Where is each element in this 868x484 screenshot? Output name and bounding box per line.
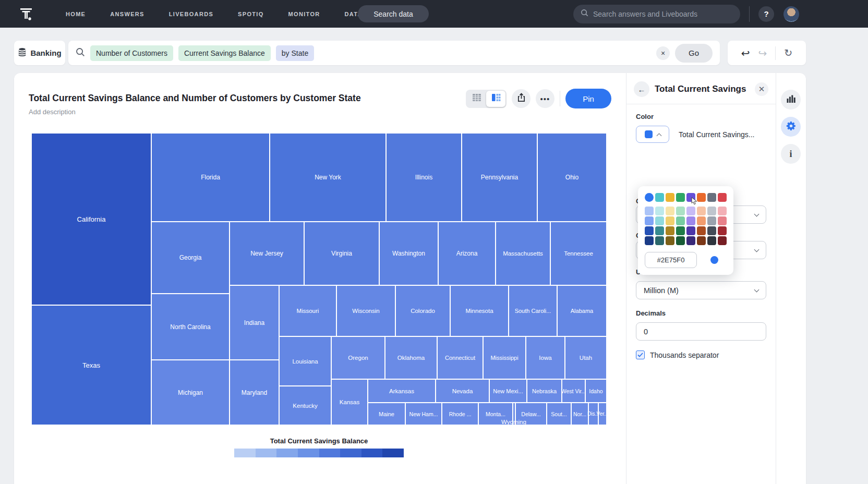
- nav-item-monitor[interactable]: MONITOR: [288, 11, 320, 17]
- close-panel-button[interactable]: ✕: [755, 82, 768, 96]
- palette-shade-761e24[interactable]: [718, 236, 727, 245]
- search-data-button[interactable]: Search data: [358, 5, 429, 22]
- treemap-cell-kansas[interactable]: Kansas: [331, 379, 368, 425]
- treemap-cell-california[interactable]: California: [31, 133, 151, 305]
- nav-item-answers[interactable]: ANSWERS: [110, 11, 144, 17]
- treemap-cell-washington[interactable]: Washington: [379, 222, 438, 285]
- treemap-cell-louisiana[interactable]: Louisiana: [279, 336, 331, 386]
- palette-color-e8692c[interactable]: [697, 193, 706, 202]
- treemap-cell-massachusetts[interactable]: Massachusetts: [496, 222, 550, 285]
- treemap-cell-idaho[interactable]: Idaho: [585, 379, 607, 403]
- color-picker-button[interactable]: [636, 126, 669, 143]
- treemap-cell-pennsylvania[interactable]: Pennsylvania: [462, 133, 537, 222]
- treemap-cell-monta[interactable]: Monta...: [478, 403, 513, 425]
- treemap-cell-sout[interactable]: Sout...: [547, 403, 571, 425]
- treemap-cell-colorado[interactable]: Colorado: [395, 285, 450, 336]
- query-token-by-state[interactable]: by State: [276, 45, 314, 61]
- treemap-cell-nor[interactable]: Nor...: [571, 403, 588, 425]
- table-view-button[interactable]: [467, 91, 486, 107]
- palette-shade-2b676b[interactable]: [655, 236, 664, 245]
- treemap-cell-georgia[interactable]: Georgia: [151, 222, 230, 294]
- palette-shade-e8818a[interactable]: [718, 216, 727, 225]
- treemap-cell-mississippi[interactable]: Mississippi: [483, 336, 526, 379]
- redo-icon[interactable]: ↪: [758, 48, 767, 58]
- treemap-cell-west-vir[interactable]: West Vir...: [562, 379, 585, 403]
- treemap-cell-ver[interactable]: Ver...: [598, 403, 607, 425]
- palette-shade-f1d06e[interactable]: [666, 216, 674, 225]
- treemap-cell-utah[interactable]: Utah: [565, 336, 607, 379]
- clear-query-button[interactable]: ×: [656, 46, 670, 60]
- treemap-cell-ohio[interactable]: Ohio: [537, 133, 607, 222]
- palette-color-2fa866[interactable]: [676, 193, 685, 202]
- treemap-cell-missouri[interactable]: Missouri: [279, 285, 336, 336]
- treemap-cell-nebraska[interactable]: Nebraska: [527, 379, 562, 403]
- palette-shade-bde9eb[interactable]: [655, 207, 664, 215]
- palette-shade-444c58[interactable]: [707, 226, 716, 235]
- treemap-cell-nevada[interactable]: Nevada: [436, 379, 489, 403]
- palette-shade-a94b1f[interactable]: [697, 226, 706, 235]
- query-bar[interactable]: Number of CustomersCurrent Savings Balan…: [68, 41, 720, 65]
- palette-shade-a98320[interactable]: [666, 226, 674, 235]
- palette-shade-90dade[interactable]: [655, 216, 664, 225]
- more-options-button[interactable]: •••: [536, 89, 554, 108]
- info-button[interactable]: i: [781, 144, 801, 164]
- palette-shade-1b3b86[interactable]: [645, 236, 654, 245]
- palette-shade-7fa4f5[interactable]: [645, 216, 654, 225]
- treemap-cell-new-ham[interactable]: New Ham...: [405, 403, 442, 425]
- treemap-cell-virginia[interactable]: Virginia: [304, 222, 379, 285]
- palette-shade-f29c6e[interactable]: [697, 216, 706, 225]
- settings-button[interactable]: [781, 117, 801, 137]
- palette-color-d8434c[interactable]: [718, 193, 727, 202]
- global-search[interactable]: [573, 5, 740, 23]
- go-button[interactable]: Go: [675, 44, 713, 63]
- palette-shade-f7c2a4[interactable]: [697, 207, 706, 215]
- global-search-input[interactable]: [593, 10, 733, 18]
- nav-item-spotiq[interactable]: SPOTIQ: [238, 11, 263, 17]
- nav-item-home[interactable]: HOME: [66, 11, 86, 17]
- treemap-cell-texas[interactable]: Texas: [31, 305, 151, 425]
- palette-color-6750d8[interactable]: [686, 193, 695, 202]
- palette-color-68707e[interactable]: [707, 193, 716, 202]
- palette-shade-77cca2[interactable]: [676, 216, 685, 225]
- palette-shade-a12931[interactable]: [718, 226, 727, 235]
- treemap-cell-illinois[interactable]: Illinois: [386, 133, 462, 222]
- treemap-cell-iowa[interactable]: Iowa: [526, 336, 565, 379]
- treemap-cell-kentucky[interactable]: Kentucky: [279, 386, 331, 425]
- query-token-number-of-customers[interactable]: Number of Customers: [90, 45, 173, 61]
- treemap-cell-delaw[interactable]: Delaw...: [515, 403, 547, 425]
- treemap-cell-oregon[interactable]: Oregon: [331, 336, 385, 379]
- palette-color-ecb431[interactable]: [666, 193, 674, 202]
- palette-shade-9aa2ae[interactable]: [707, 216, 716, 225]
- treemap-cell-new-york[interactable]: New York: [270, 133, 386, 222]
- palette-color-4cc5cb[interactable]: [655, 193, 664, 202]
- palette-color-2e75f0[interactable]: [645, 193, 654, 202]
- palette-shade-2f353e[interactable]: [707, 236, 716, 245]
- treemap-cell-new-jersey[interactable]: New Jersey: [230, 222, 304, 285]
- query-token-current-savings-balance[interactable]: Current Savings Balance: [178, 45, 271, 61]
- treemap-cell-maine[interactable]: Maine: [368, 403, 405, 425]
- nav-item-liveboards[interactable]: LIVEBOARDS: [169, 11, 213, 17]
- palette-shade-392979[interactable]: [686, 236, 695, 245]
- palette-shade-7b6018[interactable]: [666, 236, 674, 245]
- palette-shade-4d36a9[interactable]: [686, 226, 695, 235]
- palette-shade-bfc5ce[interactable]: [707, 207, 716, 215]
- treemap-cell-rhode[interactable]: Rhode ...: [442, 403, 478, 425]
- palette-shade-c7bbf5[interactable]: [686, 207, 695, 215]
- refresh-icon[interactable]: ↻: [784, 48, 792, 58]
- add-description[interactable]: Add description: [29, 108, 76, 116]
- treemap-cell-arkansas[interactable]: Arkansas: [368, 379, 436, 403]
- help-button[interactable]: ?: [758, 6, 774, 22]
- treemap-cell-minnesota[interactable]: Minnesota: [450, 285, 509, 336]
- treemap-cell-oklahoma[interactable]: Oklahoma: [385, 336, 437, 379]
- palette-shade-207b48[interactable]: [676, 226, 685, 235]
- palette-shade-2551b5[interactable]: [645, 226, 654, 235]
- datasource-chip[interactable]: Banking: [14, 41, 65, 65]
- palette-shade-7b3717[interactable]: [697, 236, 706, 245]
- thoughtspot-logo[interactable]: [18, 6, 34, 22]
- avatar[interactable]: [783, 6, 799, 22]
- chart-view-button[interactable]: [486, 91, 505, 107]
- palette-shade-f7e4a8[interactable]: [666, 207, 674, 215]
- palette-shade-9d87ec[interactable]: [686, 216, 695, 225]
- share-button[interactable]: [512, 89, 531, 108]
- treemap-cell-maryland[interactable]: Maryland: [230, 360, 279, 425]
